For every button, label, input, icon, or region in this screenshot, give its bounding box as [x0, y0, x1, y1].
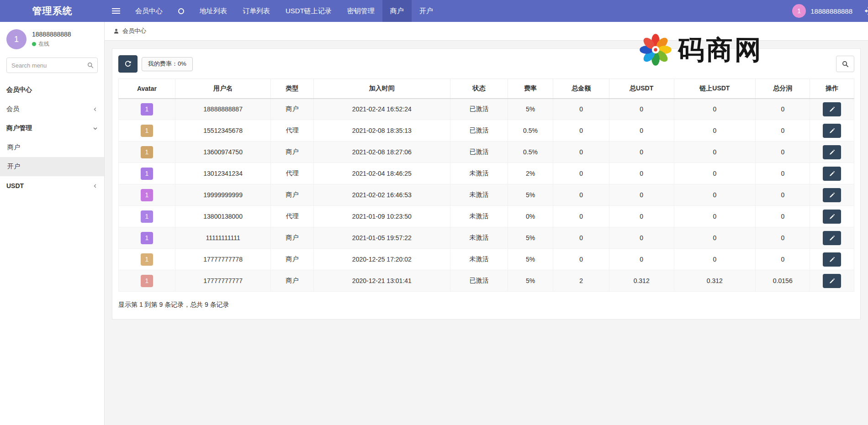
app-title: 管理系统 [0, 0, 105, 22]
nav-item[interactable]: 地址列表 [192, 0, 235, 22]
sidebar: 1 18888888888 在线 会员中心会员商户管理商户开户USDT [0, 22, 105, 425]
chain-usdt-cell: 0 [674, 120, 756, 142]
join-time-cell: 2020-12-21 13:01:41 [313, 270, 450, 292]
table-header-row: Avatar用户名类型加入时间状态费率总金额总USDT链上USDT总分润操作 [119, 79, 854, 99]
status-cell: 未激活 [450, 184, 508, 206]
sidebar-item-label: 开户 [7, 163, 20, 171]
total-usdt-cell: 0 [609, 120, 674, 142]
logout-icon[interactable] [863, 6, 868, 16]
edit-button[interactable] [823, 102, 841, 116]
column-header: Avatar [119, 79, 175, 99]
avatar-cell: 1 [119, 249, 175, 270]
type-cell: 商户 [271, 249, 313, 270]
refresh-button[interactable] [118, 55, 138, 73]
total-profit-cell: 0 [756, 206, 810, 227]
sidebar-item[interactable]: 商户 [0, 138, 104, 157]
nav-item[interactable]: 密钥管理 [339, 0, 382, 22]
sidebar-avatar: 1 [6, 29, 26, 49]
chain-usdt-cell: 0 [674, 163, 756, 184]
rate-cell: 5% [508, 249, 553, 270]
avatar-cell: 1 [119, 120, 175, 142]
chain-usdt-cell: 0.312 [674, 270, 756, 292]
breadcrumb: 会员中心 [105, 22, 868, 41]
edit-button[interactable] [823, 188, 841, 202]
total-profit-cell: 0 [756, 142, 810, 163]
rate-cell: 0.5% [508, 142, 553, 163]
nav-item[interactable]: 开户 [412, 0, 441, 22]
search-input[interactable] [6, 58, 98, 73]
total-amount-cell: 0 [553, 99, 609, 120]
members-table: Avatar用户名类型加入时间状态费率总金额总USDT链上USDT总分润操作 1… [118, 79, 854, 292]
edit-button[interactable] [823, 167, 841, 181]
edit-button[interactable] [823, 210, 841, 224]
chevron-down-icon [93, 126, 98, 131]
total-profit-cell: 0 [756, 163, 810, 184]
rate-cell: 5% [508, 99, 553, 120]
nav-item[interactable]: USDT链上记录 [278, 0, 339, 22]
username-cell: 18888888887 [175, 99, 270, 120]
rate-cell: 5% [508, 184, 553, 206]
join-time-cell: 2020-12-25 17:20:02 [313, 249, 450, 270]
sidebar-item[interactable]: 会员中心 [0, 80, 104, 100]
actions-cell [810, 270, 854, 292]
actions-cell [810, 163, 854, 184]
row-avatar: 1 [141, 146, 153, 158]
circle-icon[interactable] [170, 0, 192, 22]
status-cell: 未激活 [450, 206, 508, 227]
status-cell: 未激活 [450, 163, 508, 184]
sidebar-item[interactable]: 开户 [0, 157, 104, 176]
type-cell: 商户 [271, 227, 313, 249]
username-cell: 19999999999 [175, 184, 270, 206]
main-area: 会员中心 码商网 [105, 22, 868, 425]
actions-cell [810, 227, 854, 249]
username-cell: 17777777777 [175, 270, 270, 292]
username-cell: 13800138000 [175, 206, 270, 227]
total-amount-cell: 0 [553, 184, 609, 206]
edit-button[interactable] [823, 252, 841, 267]
record-count-summary: 显示第 1 到第 9 条记录，总共 9 条记录 [118, 301, 854, 309]
table-row: 113012341234代理2021-02-04 18:46:25未激活2%00… [119, 163, 854, 184]
join-time-cell: 2021-02-24 16:52:24 [313, 99, 450, 120]
table-row: 119999999999商户2021-02-02 16:46:53未激活5%00… [119, 184, 854, 206]
nav-item[interactable]: 会员中心 [127, 0, 170, 22]
avatar-cell: 1 [119, 184, 175, 206]
sidebar-item-label: 会员中心 [6, 86, 32, 94]
actions-cell [810, 120, 854, 142]
rate-cell: 0.5% [508, 120, 553, 142]
join-time-cell: 2021-02-08 18:35:13 [313, 120, 450, 142]
sidebar-item[interactable]: USDT [0, 176, 104, 195]
edit-button[interactable] [823, 231, 841, 245]
search-icon[interactable] [87, 62, 94, 68]
avatar-cell: 1 [119, 99, 175, 120]
sidebar-item-label: 商户 [7, 143, 20, 152]
chain-usdt-cell: 0 [674, 184, 756, 206]
total-usdt-cell: 0 [609, 142, 674, 163]
nav-item[interactable]: 商户 [382, 0, 412, 22]
sidebar-item-label: 会员 [6, 105, 19, 113]
row-avatar: 1 [141, 168, 153, 180]
my-rate-button[interactable]: 我的费率：0% [142, 57, 193, 71]
navbar-user-avatar: 1 [792, 4, 806, 18]
row-avatar: 1 [141, 189, 153, 201]
table-search-button[interactable] [836, 56, 854, 72]
username-cell: 15512345678 [175, 120, 270, 142]
username-cell: 17777777778 [175, 249, 270, 270]
sidebar-item[interactable]: 商户管理 [0, 119, 104, 138]
total-profit-cell: 0 [756, 249, 810, 270]
hamburger-menu-icon[interactable] [105, 0, 127, 22]
row-avatar: 1 [141, 232, 153, 244]
total-amount-cell: 0 [553, 227, 609, 249]
actions-cell [810, 249, 854, 270]
navbar-user[interactable]: 1 18888888888 [792, 0, 868, 22]
column-header: 操作 [810, 79, 854, 99]
total-amount-cell: 0 [553, 163, 609, 184]
edit-button[interactable] [823, 124, 841, 138]
edit-button[interactable] [823, 274, 841, 288]
edit-button[interactable] [823, 145, 841, 159]
nav-item[interactable]: 订单列表 [235, 0, 278, 22]
sidebar-user-panel: 1 18888888888 在线 [0, 22, 104, 54]
username-cell: 13012341234 [175, 163, 270, 184]
chevron-left-icon [93, 184, 98, 189]
row-avatar: 1 [141, 253, 153, 266]
sidebar-item[interactable]: 会员 [0, 100, 104, 119]
